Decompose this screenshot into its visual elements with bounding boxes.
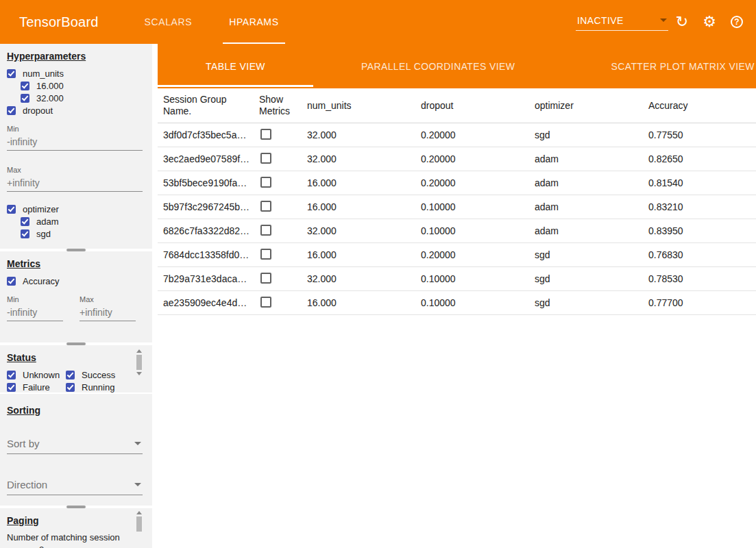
gear-icon[interactable]: ⚙	[696, 8, 723, 36]
checkbox-checked-icon[interactable]	[21, 229, 29, 238]
matching-groups-summary: Number of matching session groups: 8	[7, 532, 134, 548]
table-body: 3df0d7cf35bec5a…32.0000.20000sgd0.775503…	[158, 123, 756, 315]
table-row: 3ec2aed9e07589f…32.0000.20000adam0.82650	[158, 147, 756, 171]
table-row: 7684dcc13358fd0…16.0000.20000sgd0.76830	[158, 243, 756, 267]
show-metrics-checkbox[interactable]	[260, 249, 271, 260]
checkbox-checked-icon[interactable]	[7, 205, 16, 214]
dropout-min-input[interactable]: -infinity	[7, 133, 143, 151]
reload-status-dropdown[interactable]: INACTIVE	[576, 14, 668, 31]
session-groups-table: Session Group Name. Show Metrics num_uni…	[158, 88, 756, 548]
scroll-down-icon[interactable]	[136, 372, 142, 375]
status-options: Unknown Success Failure Running	[7, 369, 145, 393]
paging-section: Paging Number of matching session groups…	[0, 508, 152, 548]
help-icon[interactable]: ?	[723, 8, 751, 36]
checkbox-checked-icon[interactable]	[21, 217, 29, 226]
paging-scrollbar[interactable]	[136, 511, 143, 541]
show-metrics-cell	[259, 201, 307, 214]
tab-scalars[interactable]: SCALARS	[126, 0, 211, 44]
refresh-icon[interactable]: ↻	[668, 8, 696, 36]
session-group-name: 7684dcc13358fd0…	[163, 249, 259, 260]
hparam-num-units-row[interactable]: num_units	[7, 67, 145, 79]
accuracy-value: 0.78530	[648, 273, 756, 284]
direction-value: Direction	[7, 479, 47, 490]
hparam-num-units-label: num_units	[23, 68, 64, 79]
num-units-value: 32.000	[307, 153, 421, 164]
hyperparameters-section: Hyperparameters num_units 16.000 32.000 …	[0, 44, 152, 249]
checkbox-checked-icon[interactable]	[7, 371, 16, 379]
session-group-name: 5b97f3c2967245b…	[163, 201, 259, 212]
view-tabs: TABLE VIEW PARALLEL COORDINATES VIEW SCA…	[158, 44, 756, 88]
dropout-value: 0.20000	[421, 249, 535, 260]
checkbox-checked-icon[interactable]	[7, 277, 16, 286]
scrollbar-thumb[interactable]	[136, 516, 142, 532]
metrics-heading: Metrics	[7, 258, 145, 269]
hparams-main: TABLE VIEW PARALLEL COORDINATES VIEW SCA…	[158, 44, 756, 548]
tab-scatter-plot-matrix-view[interactable]: SCATTER PLOT MATRIX VIEW	[563, 44, 756, 88]
show-metrics-checkbox[interactable]	[260, 225, 271, 236]
checkbox-checked-icon[interactable]	[7, 383, 16, 392]
help-glyph: ?	[731, 16, 743, 28]
checkbox-checked-icon[interactable]	[21, 82, 29, 90]
column-header-accuracy: Accuracy	[648, 100, 756, 112]
hparam-dropout-row[interactable]: dropout	[7, 104, 145, 116]
dropout-value: 0.10000	[421, 273, 535, 284]
chevron-down-icon	[134, 442, 141, 445]
checkbox-checked-icon[interactable]	[21, 94, 29, 103]
optimizer-sgd-row[interactable]: sgd	[21, 227, 145, 240]
metric-max-input[interactable]: +infinity	[80, 303, 136, 321]
accuracy-value: 0.83210	[648, 201, 756, 212]
num-units-value-16-row[interactable]: 16.000	[21, 79, 145, 92]
dropout-max-input[interactable]: +infinity	[7, 174, 143, 192]
checkbox-checked-icon[interactable]	[7, 106, 16, 115]
scroll-up-icon[interactable]	[136, 349, 142, 353]
tab-hparams[interactable]: HPARAMS	[210, 0, 297, 44]
optimizer-value: adam	[535, 177, 648, 188]
accuracy-value: 0.83950	[648, 225, 756, 236]
sort-by-dropdown[interactable]: Sort by	[7, 435, 143, 454]
app-toolbar: TensorBoard SCALARS HPARAMS INACTIVE ↻ ⚙…	[0, 0, 756, 44]
status-failure-row[interactable]: Failure	[7, 381, 66, 393]
dropout-value: 0.20000	[421, 153, 535, 164]
dropout-value: 0.20000	[421, 129, 535, 140]
show-metrics-checkbox[interactable]	[260, 153, 271, 164]
status-running-row[interactable]: Running	[66, 381, 134, 393]
show-metrics-checkbox[interactable]	[260, 129, 271, 140]
hparam-optimizer-row[interactable]: optimizer	[7, 203, 145, 215]
metric-min-label: Min	[7, 295, 63, 303]
chevron-down-icon	[660, 18, 667, 22]
tab-parallel-coordinates-view[interactable]: PARALLEL COORDINATES VIEW	[313, 44, 563, 88]
status-unknown-row[interactable]: Unknown	[7, 369, 66, 381]
session-group-name: 3df0d7cf35bec5a…	[163, 129, 259, 140]
plugin-tabs: SCALARS HPARAMS	[126, 0, 297, 44]
dropout-value: 0.10000	[421, 201, 535, 212]
dropout-value: 0.20000	[421, 177, 535, 188]
num-units-value: 32.000	[307, 225, 421, 236]
session-group-name: 6826c7fa3322d82…	[163, 225, 259, 236]
session-group-name: 7b29a731e3daca…	[163, 273, 259, 284]
tab-table-view[interactable]: TABLE VIEW	[158, 44, 313, 88]
checkbox-checked-icon[interactable]	[66, 383, 75, 392]
status-running-label: Running	[82, 382, 114, 393]
metric-accuracy-row[interactable]: Accuracy	[7, 275, 145, 287]
num-units-value-32-row[interactable]: 32.000	[21, 92, 145, 104]
num-units-value: 32.000	[307, 129, 421, 140]
show-metrics-checkbox[interactable]	[260, 297, 271, 308]
direction-dropdown[interactable]: Direction	[7, 476, 143, 495]
dropout-max-label: Max	[7, 166, 145, 174]
table-header-row: Session Group Name. Show Metrics num_uni…	[158, 88, 756, 123]
session-group-name: 3ec2aed9e07589f…	[163, 153, 259, 164]
metric-min-input[interactable]: -infinity	[7, 303, 63, 321]
optimizer-value: sgd	[535, 129, 648, 140]
scroll-up-icon[interactable]	[136, 511, 142, 514]
checkbox-checked-icon[interactable]	[66, 371, 75, 379]
show-metrics-checkbox[interactable]	[260, 201, 271, 212]
show-metrics-checkbox[interactable]	[260, 177, 271, 188]
optimizer-adam-row[interactable]: adam	[21, 215, 145, 227]
status-success-row[interactable]: Success	[66, 369, 134, 381]
column-header-show-metrics: Show Metrics	[259, 94, 307, 117]
show-metrics-checkbox[interactable]	[260, 273, 271, 284]
checkbox-checked-icon[interactable]	[7, 69, 16, 78]
scrollbar-thumb[interactable]	[136, 355, 142, 370]
status-scrollbar[interactable]	[136, 349, 143, 390]
metric-accuracy-label: Accuracy	[23, 276, 59, 286]
